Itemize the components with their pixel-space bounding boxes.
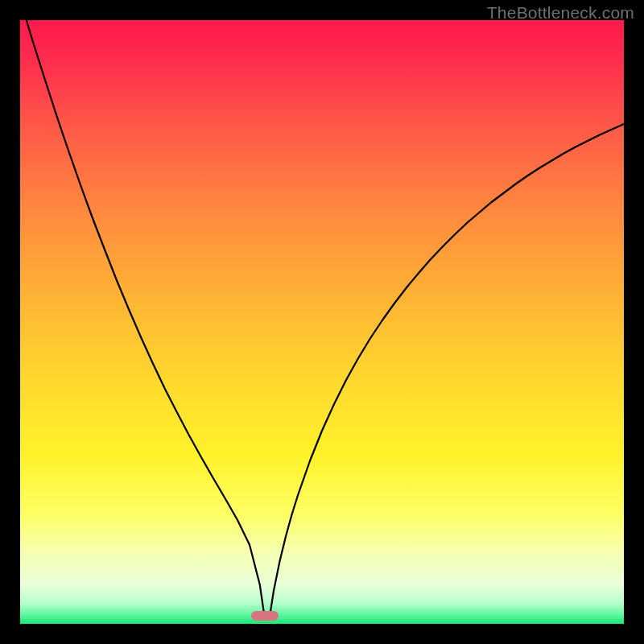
chart-frame: TheBottleneck.com: [0, 0, 644, 644]
watermark-text: TheBottleneck.com: [487, 3, 634, 23]
optimal-marker: [251, 611, 279, 621]
plot-area: [20, 20, 624, 624]
bottleneck-curve: [20, 20, 624, 624]
